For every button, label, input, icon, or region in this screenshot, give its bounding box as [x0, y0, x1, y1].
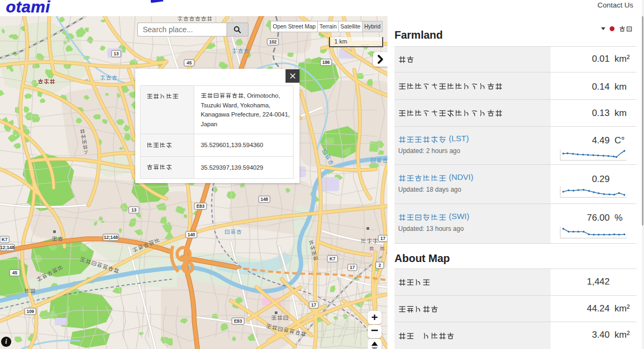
svg-text:140: 140 — [187, 232, 195, 237]
svg-text:12;148: 12;148 — [104, 235, 118, 240]
svg-text:13: 13 — [131, 207, 137, 213]
svg-text:109: 109 — [26, 309, 34, 314]
svg-text:148: 148 — [260, 197, 268, 202]
svg-text:45: 45 — [187, 60, 192, 66]
svg-text:K7: K7 — [2, 237, 8, 242]
svg-text:17: 17 — [380, 236, 386, 241]
svg-text:45: 45 — [12, 270, 18, 275]
svg-text:2: 2 — [378, 263, 381, 268]
svg-text:12;148: 12;148 — [0, 245, 14, 250]
svg-text:13: 13 — [114, 51, 119, 56]
svg-text:102: 102 — [269, 39, 276, 45]
svg-text:E83: E83 — [196, 203, 204, 209]
svg-text:186: 186 — [322, 60, 330, 65]
svg-text:K7: K7 — [330, 256, 335, 261]
svg-text:17: 17 — [311, 302, 317, 308]
svg-text:E83: E83 — [234, 318, 242, 324]
svg-text:17: 17 — [350, 265, 355, 270]
